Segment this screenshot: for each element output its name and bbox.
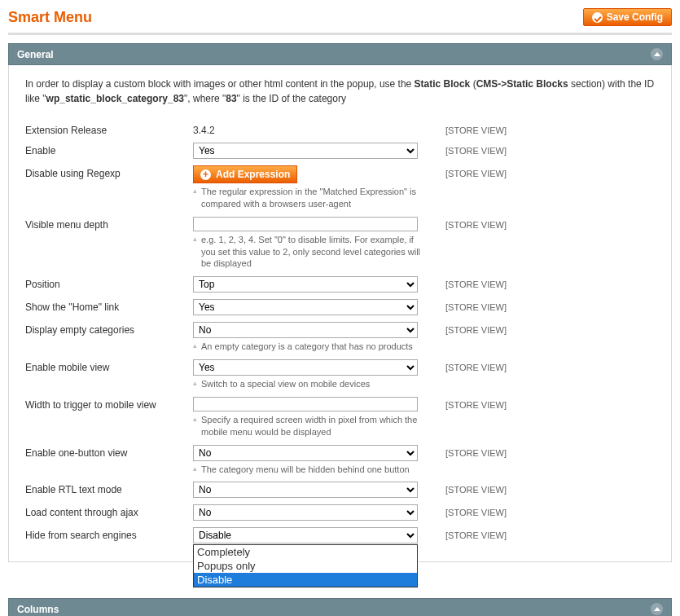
input-mwidth[interactable] [193,397,418,411]
collapse-icon [651,48,663,60]
label-rtl: Enable RTL text mode [25,482,193,495]
label-onebtn: Enable one-button view [25,445,193,459]
value-release: 3.4.2 [193,122,215,136]
label-release: Extension Release [25,122,193,136]
scope-ajax: STORE VIEW [421,504,527,517]
section-general-header[interactable]: General [8,43,672,65]
label-hide: Hide from search engines [25,527,193,541]
select-position[interactable]: Top [193,276,418,293]
label-mobile: Enable mobile view [25,359,193,373]
select-hide[interactable]: Disable [193,527,418,543]
option-disable[interactable]: Disable [194,573,417,587]
option-completely[interactable]: Completely [194,545,417,559]
plus-icon: + [200,169,211,180]
select-ajax[interactable]: No [193,504,418,521]
page-title: Smart Menu [8,9,92,26]
option-popups-only[interactable]: Popups only [194,559,417,573]
label-empty: Display empty categories [25,322,193,336]
select-empty[interactable]: No [193,322,418,338]
input-depth[interactable] [193,217,418,231]
scope-mobile: STORE VIEW [421,359,527,372]
collapse-icon [651,603,663,615]
note-empty: An empty category is a category that has… [193,341,421,353]
select-rtl[interactable]: No [193,482,418,498]
info-text: In order to display a custom block with … [25,77,655,106]
note-mwidth: Specify a required screen width in pixel… [193,414,421,438]
label-depth: Visible menu depth [25,217,193,231]
note-onebtn: The category menu will be hidden behind … [193,464,421,476]
scope-onebtn: STORE VIEW [421,445,527,458]
save-button-label: Save Config [607,11,663,23]
scope-release: STORE VIEW [421,122,527,135]
scope-rtl: STORE VIEW [421,482,527,495]
section-general-body: In order to display a custom block with … [8,65,672,562]
scope-depth: STORE VIEW [421,217,527,230]
note-mobile: Switch to a special view on mobile devic… [193,378,421,390]
scope-home: STORE VIEW [421,299,527,312]
label-home: Show the "Home" link [25,299,193,313]
select-enable[interactable]: Yes [193,143,418,159]
save-config-button[interactable]: Save Config [583,8,672,26]
scope-hide: STORE VIEW [421,527,527,540]
label-enable: Enable [25,143,193,156]
check-icon [592,12,603,23]
add-expression-label: Add Expression [216,169,290,180]
scope-position: STORE VIEW [421,276,527,289]
section-columns-title: Columns [17,604,59,615]
select-onebtn[interactable]: No [193,445,418,461]
scope-enable: STORE VIEW [421,143,527,156]
scope-empty: STORE VIEW [421,322,527,335]
add-expression-button[interactable]: + Add Expression [193,165,297,183]
label-position: Position [25,276,193,290]
section-columns-header[interactable]: Columns [8,598,672,616]
select-mobile[interactable]: Yes [193,359,418,376]
select-hide-dropdown[interactable]: Completely Popups only Disable [193,544,418,587]
note-depth: e.g. 1, 2, 3, 4. Set "0" to disable limi… [193,234,421,271]
scope-regexp: STORE VIEW [421,165,527,178]
select-home[interactable]: Yes [193,299,418,315]
label-regexp: Disable using Regexp [25,165,193,179]
section-general-title: General [17,49,54,60]
label-mwidth: Width to trigger to mobile view [25,397,193,411]
scope-mwidth: STORE VIEW [421,397,527,410]
note-regexp: The regular expression in the "Matched E… [193,186,421,210]
label-ajax: Load content through ajax [25,504,193,518]
